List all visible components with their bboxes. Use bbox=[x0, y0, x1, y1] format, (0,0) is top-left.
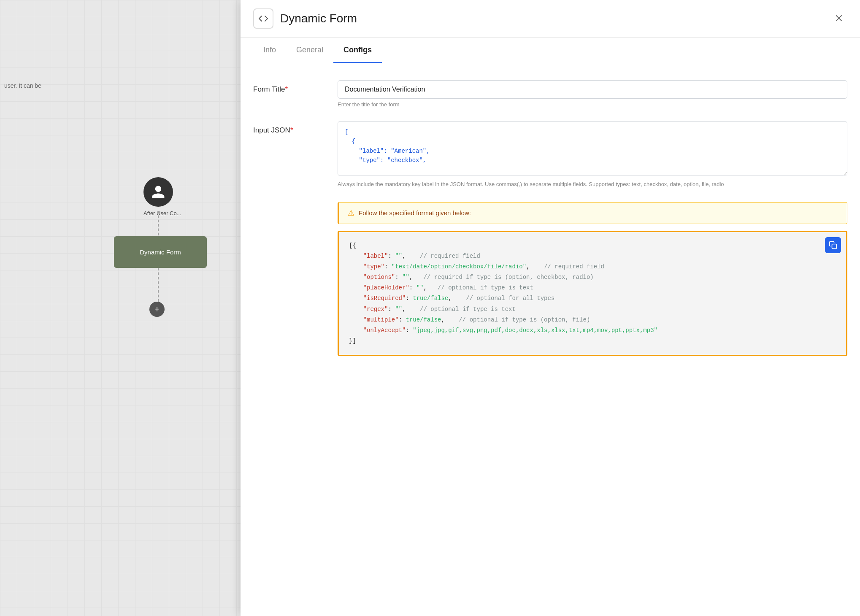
tab-info[interactable]: Info bbox=[253, 38, 286, 63]
plus-icon: + bbox=[154, 305, 160, 313]
code-icon-box bbox=[253, 8, 273, 29]
form-title-input[interactable] bbox=[338, 80, 847, 99]
input-json-textarea[interactable]: [ { "label": "American", "type": "checkb… bbox=[338, 121, 847, 176]
connector-line-2 bbox=[158, 268, 159, 302]
dynamic-form-node[interactable]: Dynamic Form bbox=[114, 236, 207, 268]
form-title-group: Form Title* Enter the title for the form bbox=[253, 80, 847, 108]
form-title-field-container: Enter the title for the form bbox=[338, 80, 847, 108]
input-json-label: Input JSON* bbox=[253, 121, 338, 135]
canvas-text-partial: user. It can be bbox=[0, 78, 46, 93]
required-star-title: * bbox=[285, 85, 288, 93]
code-example-box: [{ "label": "", // required field "type"… bbox=[338, 231, 847, 357]
user-node: After User Co... bbox=[143, 177, 181, 216]
user-avatar bbox=[143, 177, 173, 207]
tab-general[interactable]: General bbox=[286, 38, 333, 63]
input-json-group: Input JSON* [ { "label": "American", "ty… bbox=[253, 121, 847, 189]
code-block: [{ "label": "", // required field "type"… bbox=[339, 232, 846, 355]
drawer-header: Dynamic Form bbox=[241, 0, 860, 38]
warning-text: Follow the specified format given below: bbox=[359, 209, 471, 216]
form-title-hint: Enter the title for the form bbox=[338, 101, 847, 108]
required-star-json: * bbox=[290, 126, 293, 134]
user-node-label: After User Co... bbox=[143, 210, 181, 216]
drawer-panel: Dynamic Form Info General Configs Form T… bbox=[241, 0, 860, 616]
close-icon bbox=[834, 13, 844, 23]
svg-rect-2 bbox=[832, 244, 837, 249]
drawer-title: Dynamic Form bbox=[280, 12, 357, 25]
warning-banner: ⚠ Follow the specified format given belo… bbox=[338, 202, 847, 224]
dynamic-form-node-label: Dynamic Form bbox=[140, 249, 181, 256]
input-json-hint: Always include the mandatory key label i… bbox=[338, 180, 847, 189]
tabs-bar: Info General Configs bbox=[241, 38, 860, 63]
canvas-nodes: user. It can be After User Co... Dynamic… bbox=[0, 0, 241, 616]
copy-button[interactable] bbox=[825, 237, 841, 253]
close-button[interactable] bbox=[830, 10, 847, 28]
user-icon bbox=[151, 184, 166, 200]
drawer-content: Form Title* Enter the title for the form… bbox=[241, 63, 860, 616]
drawer-header-left: Dynamic Form bbox=[253, 8, 357, 29]
tab-configs[interactable]: Configs bbox=[333, 38, 382, 63]
add-node-button[interactable]: + bbox=[149, 302, 165, 317]
form-title-label: Form Title* bbox=[253, 80, 338, 94]
warning-icon: ⚠ bbox=[348, 208, 354, 218]
code-icon bbox=[258, 14, 268, 24]
input-json-field-container: [ { "label": "American", "type": "checkb… bbox=[338, 121, 847, 189]
copy-icon bbox=[829, 241, 837, 249]
